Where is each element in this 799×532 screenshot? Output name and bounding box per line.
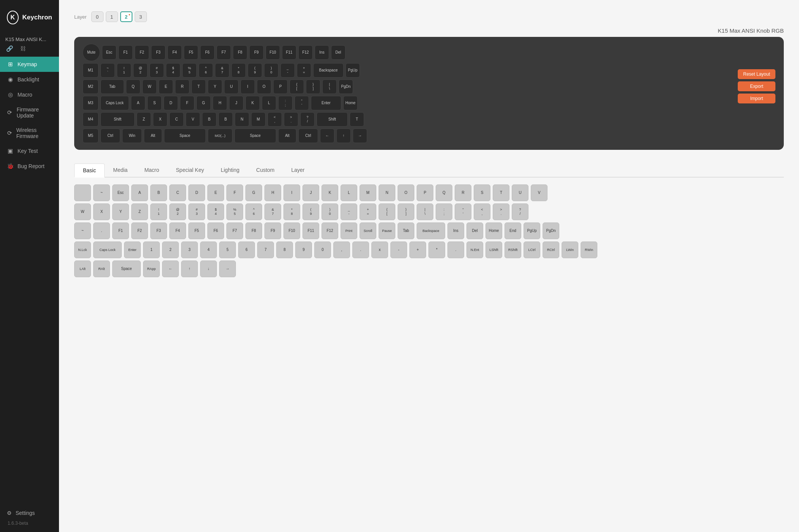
key-f10[interactable]: F10 [266, 45, 280, 60]
sel-key-under[interactable]: _- [341, 203, 357, 220]
sel-key-ncomma[interactable]: , [333, 241, 350, 258]
sel-key-n9[interactable]: 9 [295, 241, 312, 258]
key-m2[interactable]: M2 [83, 79, 99, 94]
sidebar-item-key-test[interactable]: ▣ Key Test [0, 143, 59, 159]
layer-btn-1[interactable]: 1 [106, 11, 118, 22]
key-f11[interactable]: F11 [282, 45, 296, 60]
sel-key-nplus[interactable]: + [409, 241, 426, 258]
sel-key-R[interactable]: R [455, 184, 471, 201]
sel-key-scroll[interactable]: Scroll [360, 222, 376, 239]
sidebar-item-settings[interactable]: ⚙ Settings [7, 507, 52, 519]
key-j[interactable]: J [229, 96, 244, 110]
sel-key-K[interactable]: K [322, 184, 338, 201]
key-mute[interactable]: Mute [83, 44, 100, 61]
key-semicolon[interactable]: :; [278, 96, 293, 110]
key-t-numpad[interactable]: T [350, 112, 364, 127]
tab-basic[interactable]: Basic [74, 164, 105, 178]
key-f3[interactable]: F3 [151, 45, 166, 60]
key-lbracket[interactable]: {[ [290, 79, 304, 94]
sel-key-home2[interactable]: Home [485, 222, 502, 239]
sel-key-F1[interactable]: F1 [112, 222, 129, 239]
sidebar-item-bug-report[interactable]: 🐞 Bug Report [0, 159, 59, 174]
key-left[interactable]: ← [320, 129, 334, 143]
key-f1[interactable]: F1 [118, 45, 133, 60]
key-t[interactable]: T [191, 79, 206, 94]
sel-key-n7[interactable]: 7 [257, 241, 274, 258]
sel-key-lctrl[interactable]: LCtrl [524, 241, 540, 258]
key-0[interactable]: )0 [264, 63, 279, 78]
sel-key-nstar[interactable]: * [428, 241, 445, 258]
sidebar-item-wireless-firmware[interactable]: ⟳ Wireless Firmware [0, 123, 59, 143]
sel-key-H[interactable]: H [264, 184, 281, 201]
sel-key-F3[interactable]: F3 [150, 222, 167, 239]
key-backslash[interactable]: |\ [322, 79, 337, 94]
key-esc[interactable]: Esc [102, 45, 116, 60]
sel-key-F7[interactable]: F7 [226, 222, 243, 239]
key-rshift[interactable]: Shift [317, 112, 348, 127]
sel-key-A[interactable]: A [131, 184, 148, 201]
sel-key-ins2[interactable]: Ins [447, 222, 464, 239]
sel-key-F11[interactable]: F11 [302, 222, 319, 239]
tab-special-key[interactable]: Special Key [167, 164, 212, 178]
sel-key-rcurly[interactable]: }] [398, 203, 414, 220]
sel-key-C[interactable]: C [169, 184, 186, 201]
layer-btn-3[interactable]: 3 [135, 11, 147, 22]
sel-key-dot[interactable]: . [93, 222, 110, 239]
sel-key-nminus[interactable]: - [390, 241, 407, 258]
key-m[interactable]: M [251, 112, 266, 127]
key-m5[interactable]: M5 [83, 129, 99, 143]
key-m1[interactable]: M1 [83, 63, 99, 78]
tab-media[interactable]: Media [105, 164, 136, 178]
sel-key-F2[interactable]: F2 [131, 222, 148, 239]
key-ralt[interactable]: Alt [278, 129, 296, 143]
key-space-left[interactable]: Space [164, 129, 206, 143]
sel-key-lt[interactable]: <, [474, 203, 490, 220]
sel-key-n6[interactable]: 6 [238, 241, 255, 258]
key-minus[interactable]: _- [280, 63, 295, 78]
sel-key-print[interactable]: Print [341, 222, 357, 239]
sel-key-at[interactable]: @2 [169, 203, 186, 220]
key-w[interactable]: W [142, 79, 157, 94]
key-d[interactable]: D [164, 96, 178, 110]
sel-key-lparen[interactable]: (9 [302, 203, 319, 220]
key-m4[interactable]: M4 [83, 112, 99, 127]
key-f12[interactable]: F12 [298, 45, 313, 60]
export-button[interactable]: Export [738, 81, 775, 91]
sel-key-rwin[interactable]: RWin [581, 241, 597, 258]
key-lshift[interactable]: Shift [100, 112, 135, 127]
sel-key-F12[interactable]: F12 [322, 222, 338, 239]
sel-key-ndot2[interactable]: . [447, 241, 464, 258]
sel-key-D[interactable]: D [188, 184, 205, 201]
sel-key-Z[interactable]: Z [131, 203, 148, 220]
sel-key-excl[interactable]: !1 [150, 203, 167, 220]
sel-key-rparen[interactable]: )0 [322, 203, 338, 220]
sel-key-Y[interactable]: Y [112, 203, 129, 220]
sel-key-P[interactable]: P [417, 184, 433, 201]
sel-key-n5[interactable]: 5 [219, 241, 236, 258]
sel-key-F9[interactable]: F9 [264, 222, 281, 239]
sel-key-V[interactable]: V [531, 184, 548, 201]
sidebar-item-macro[interactable]: ◎ Macro [0, 87, 59, 102]
sel-key-pipe[interactable]: |\ [417, 203, 433, 220]
key-1[interactable]: !1 [117, 63, 131, 78]
sel-key-U[interactable]: U [512, 184, 528, 201]
key-rctrl[interactable]: Ctrl [298, 129, 318, 143]
key-e[interactable]: E [159, 79, 173, 94]
sel-key-M[interactable]: M [360, 184, 376, 201]
tab-macro[interactable]: Macro [136, 164, 167, 178]
key-mo[interactable]: MO(...) [208, 129, 232, 143]
sel-key-S[interactable]: S [474, 184, 490, 201]
key-a[interactable]: A [131, 96, 145, 110]
key-5[interactable]: %5 [182, 63, 197, 78]
import-button[interactable]: Import [738, 94, 775, 103]
key-g[interactable]: G [196, 96, 211, 110]
key-r[interactable]: R [175, 79, 189, 94]
sel-key-empty1[interactable] [74, 184, 91, 201]
key-f6[interactable]: F6 [200, 45, 215, 60]
key-caps-lock[interactable]: Caps Lock [100, 96, 129, 110]
tab-custom[interactable]: Custom [248, 164, 283, 178]
sel-key-pause[interactable]: Pause [379, 222, 395, 239]
key-8[interactable]: *8 [231, 63, 246, 78]
key-7[interactable]: &7 [215, 63, 229, 78]
sel-key-F[interactable]: F [226, 184, 243, 201]
